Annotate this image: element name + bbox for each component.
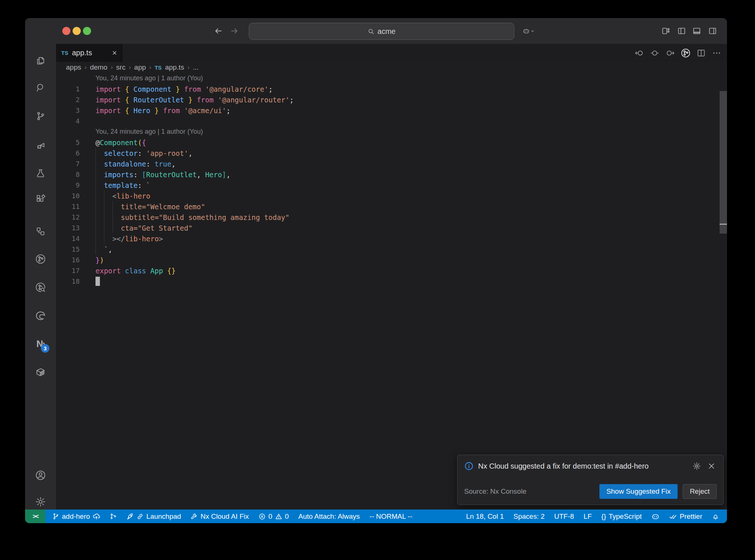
code-row: 12 subtitle="Build something amazing tod…: [56, 212, 727, 223]
close-window-button[interactable]: [62, 27, 70, 35]
command-center-search[interactable]: acme: [249, 23, 514, 40]
close-tab-icon[interactable]: ×: [112, 49, 117, 57]
git-graph-icon[interactable]: [680, 47, 692, 59]
show-suggested-fix-button[interactable]: Show Suggested Fix: [599, 484, 678, 499]
status-item-prettier[interactable]: Prettier: [665, 510, 706, 523]
git-branch-icon: [52, 513, 59, 520]
tab-app-ts[interactable]: TS app.ts ×: [56, 44, 122, 62]
git-blame-annotation: You, 24 minutes ago | 1 author (You): [95, 74, 203, 82]
toast-title: Nx Cloud suggested a fix for demo:test i…: [478, 462, 687, 470]
breadcrumb-separator: ›: [111, 64, 113, 71]
toggle-panel-icon: [692, 27, 701, 35]
split-editor-icon[interactable]: [695, 47, 707, 59]
sidebar-item-accounts[interactable]: [31, 466, 50, 485]
sidebar-item-nodes[interactable]: [31, 222, 50, 241]
edge-browser-icon: [35, 310, 46, 321]
status-item-problems[interactable]: 00: [254, 510, 293, 523]
code-row: 15 `,: [56, 244, 727, 255]
reject-button[interactable]: Reject: [683, 484, 717, 499]
status-item-nx-cloud-ai-fix[interactable]: Nx Cloud AI Fix: [187, 510, 253, 523]
sidebar-item-extensions[interactable]: [31, 189, 50, 209]
code-line: @Component({: [95, 139, 146, 147]
navigate-back-icon[interactable]: [633, 47, 645, 59]
notification-toast: Nx Cloud suggested a fix for demo:test i…: [457, 455, 724, 505]
code-line: }): [95, 256, 104, 264]
breadcrumb-item[interactable]: app: [134, 63, 146, 71]
toggle-sidebar-icon: [677, 27, 686, 35]
status-item-cursor-position[interactable]: Ln 18, Col 1: [462, 510, 508, 523]
sidebar-item-search[interactable]: [31, 78, 50, 97]
remote-indicator[interactable]: ><: [25, 510, 45, 523]
breadcrumb-item[interactable]: demo: [90, 63, 108, 71]
navigate-forward-button[interactable]: [229, 25, 240, 37]
git-graph-icon: [35, 253, 46, 265]
line-number: 6: [56, 149, 80, 157]
blame-row: You, 24 minutes ago | 1 author (You): [56, 126, 727, 137]
status-item-indentation[interactable]: Spaces: 2: [509, 510, 549, 523]
toggle-secondary-sidebar-button[interactable]: [707, 25, 719, 37]
status-item-git-graph[interactable]: [106, 510, 121, 523]
sidebar-item-container[interactable]: [31, 363, 50, 382]
code-row: 11 title="Welcmoe demo": [56, 201, 727, 212]
close-notification-icon[interactable]: [706, 461, 717, 471]
toggle-secondary-sidebar-icon: [708, 27, 717, 35]
line-number: 10: [56, 192, 80, 200]
line-number: 2: [56, 96, 80, 104]
status-item-notifications[interactable]: [708, 510, 723, 523]
line-number: 8: [56, 171, 80, 178]
sidebar-item-nx-console[interactable]: N› 3: [31, 334, 50, 353]
breadcrumb-file[interactable]: app.ts: [165, 63, 184, 71]
typescript-file-icon: TS: [61, 50, 68, 56]
chevron-down-icon: [530, 28, 535, 34]
activity-bar: N› 3: [25, 44, 56, 510]
sidebar-item-testing[interactable]: [31, 164, 50, 183]
breadcrumb-item[interactable]: apps: [66, 63, 81, 71]
status-item-encoding[interactable]: UTF-8: [550, 510, 578, 523]
code-row: 4: [56, 116, 727, 126]
current-position-icon[interactable]: [649, 47, 661, 59]
navigate-forward-icon[interactable]: [664, 47, 676, 59]
status-item-eol[interactable]: LF: [580, 510, 596, 523]
status-item-launchpad[interactable]: Launchpad: [122, 510, 185, 523]
customize-layout-button[interactable]: [660, 25, 672, 37]
code-rows: You, 24 minutes ago | 1 author (You)1imp…: [56, 73, 727, 287]
editor-scrollbar[interactable]: [720, 91, 727, 234]
breadcrumb-more[interactable]: ...: [193, 63, 199, 71]
git-blame-annotation: You, 24 minutes ago | 1 author (You): [95, 128, 203, 136]
breadcrumb[interactable]: apps›demo›src›app›TSapp.ts›...: [56, 62, 727, 73]
code-row: 7 standalone: true,: [56, 158, 727, 169]
customize-layout-icon: [661, 27, 670, 35]
sidebar-item-run-debug[interactable]: [31, 136, 50, 155]
breadcrumb-item[interactable]: src: [116, 63, 125, 71]
more-actions-icon[interactable]: [711, 47, 723, 59]
wrench-icon: [191, 513, 198, 520]
sidebar-item-settings[interactable]: [31, 492, 50, 511]
status-item-copilot[interactable]: [647, 510, 664, 523]
rocket-icon: [126, 513, 134, 520]
minimize-window-button[interactable]: [73, 27, 81, 35]
sidebar-item-git-graph[interactable]: [31, 249, 50, 269]
title-bar: acme: [25, 18, 727, 44]
status-item-branch-publish[interactable]: add-hero: [48, 510, 104, 523]
navigate-back-button[interactable]: [212, 25, 224, 37]
line-number: 13: [56, 224, 80, 232]
nodes-icon: [35, 226, 46, 237]
notification-settings-icon[interactable]: [692, 461, 702, 471]
status-item-language-mode[interactable]: {}TypeScript: [597, 510, 646, 523]
copilot-menu-button[interactable]: [523, 25, 535, 37]
sidebar-item-source-control[interactable]: [31, 106, 50, 126]
line-number: 7: [56, 160, 80, 168]
toggle-panel-button[interactable]: [691, 25, 703, 37]
sidebar-item-edge-browser[interactable]: [31, 306, 50, 325]
status-item-auto-attach[interactable]: Auto Attach: Always: [294, 510, 364, 523]
line-number: 4: [56, 117, 80, 125]
sidebar-item-explorer[interactable]: [31, 51, 50, 70]
toggle-primary-sidebar-button[interactable]: [676, 25, 688, 37]
code-editor[interactable]: You, 24 minutes ago | 1 author (You)1imp…: [56, 73, 727, 510]
status-item-vim-mode[interactable]: -- NORMAL --: [365, 510, 416, 523]
code-line: template: `: [95, 181, 150, 189]
code-row: 14 ></lib-hero>: [56, 233, 727, 244]
zoom-window-button[interactable]: [83, 27, 91, 35]
sidebar-item-git-history[interactable]: [31, 278, 50, 297]
git-graph-icon: [110, 513, 117, 520]
